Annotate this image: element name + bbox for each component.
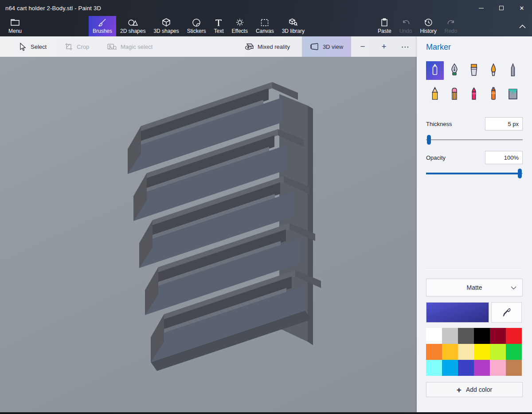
palette-color[interactable] [506,360,522,376]
marker-icon [430,63,440,78]
brush-pixel-pen[interactable] [504,61,522,80]
palette-color[interactable] [458,328,474,344]
tab-brushes[interactable]: Brushes [89,16,116,36]
material-dropdown[interactable]: Matte [426,279,523,296]
close-button[interactable]: ✕ [512,0,532,16]
palette-color[interactable] [490,328,506,344]
brush-fill[interactable] [504,85,522,103]
palette-color[interactable] [442,360,458,376]
thickness-slider[interactable] [426,135,523,145]
minimize-button[interactable] [471,0,491,16]
palette-color[interactable] [474,344,490,360]
redo-button[interactable]: Redo [441,16,462,36]
palette-color[interactable] [490,344,506,360]
magic-select-button[interactable]: Magic select [105,36,155,57]
palette-color[interactable] [426,344,442,360]
palette-color[interactable] [442,344,458,360]
calligraphy-pen-icon [449,63,460,78]
tab-canvas[interactable]: Canvas [252,16,278,36]
watercolor-icon [488,63,499,78]
library-3d-icon [289,18,298,27]
minimize-icon [479,8,484,8]
menu-button[interactable]: Menu [4,16,26,36]
zoom-in-button[interactable]: + [375,36,393,57]
mixed-reality-button[interactable]: Mixed reality [242,36,293,57]
tab-text[interactable]: Text [210,16,227,36]
folder-icon [11,19,20,27]
eraser-icon [449,87,460,102]
palette-color[interactable] [506,328,522,344]
add-color-button[interactable]: + Add color [426,382,523,397]
paste-button[interactable]: Paste [374,16,395,36]
tab-effects[interactable]: Effects [227,16,251,36]
palette-color[interactable] [426,360,442,376]
brush-icon [98,19,107,27]
palette-color[interactable] [442,328,458,344]
material-value: Matte [466,284,482,291]
opacity-slider-thumb[interactable] [518,169,522,178]
3d-view-button[interactable]: 3D view [302,36,351,57]
tab-2d-shapes[interactable]: 2D shapes [116,16,149,36]
tab-3d-shapes[interactable]: 3D shapes [149,16,183,36]
thickness-input[interactable] [485,117,523,130]
crayon-icon [469,87,479,102]
sticker-icon [192,19,201,27]
more-options-button[interactable]: ⋯ [396,36,414,57]
opacity-input[interactable] [485,151,523,164]
toolbar-actions: Paste Undo History Redo [374,16,461,36]
select-button[interactable]: Select [17,36,49,57]
palette-color[interactable] [490,360,506,376]
brush-pencil[interactable] [426,85,444,103]
redo-arrow-icon [447,19,455,27]
crop-button[interactable]: Crop [62,36,92,57]
opacity-slider[interactable] [426,169,523,178]
palette-color[interactable] [458,344,474,360]
tab-3d-library[interactable]: 3D library [278,16,309,36]
palette-color[interactable] [474,328,490,344]
tab-stickers[interactable]: Stickers [183,16,210,36]
drawing-canvas[interactable] [0,57,417,412]
panel-title: Marker [426,43,523,52]
main-toolbar: Menu Brushes 2D shapes 3D shapes Stick [0,16,532,36]
history-clock-icon [424,18,433,27]
brush-crayon[interactable] [465,85,483,103]
chevron-up-icon [519,24,526,28]
history-button[interactable]: History [416,16,440,36]
undo-button[interactable]: Undo [395,16,416,36]
thickness-slider-thumb[interactable] [427,135,431,145]
maximize-button[interactable] [491,0,512,16]
opacity-row: Opacity [426,151,523,164]
collapse-ribbon-button[interactable] [513,16,531,36]
palette-color[interactable] [506,344,522,360]
current-color-swatch[interactable] [426,302,489,323]
brush-marker[interactable] [426,61,444,80]
brush-calligraphy-pen[interactable] [446,61,463,80]
chevron-down-icon [511,286,516,290]
window-title: n64 cart holder 2-Body.stl - Paint 3D [0,5,101,12]
opacity-slider-fill [426,173,520,174]
shapes-2d-icon [128,19,138,27]
palette-color[interactable] [426,328,442,344]
brush-spray-can[interactable] [485,85,502,103]
toolbar-tabs: Brushes 2D shapes 3D shapes Stickers Tex… [89,16,309,36]
opacity-label: Opacity [426,154,446,161]
cube-icon [162,18,171,27]
canvas-icon [260,19,269,27]
spray-can-icon [488,87,499,102]
brush-row-2 [426,85,523,103]
oil-brush-icon [469,63,479,78]
effects-icon [235,18,244,27]
zoom-out-button[interactable]: − [354,36,372,57]
eyedropper-button[interactable] [491,302,522,323]
pixel-pen-icon [508,63,518,78]
panel-divider [426,269,523,270]
model-3d [0,57,417,412]
brush-eraser[interactable] [446,85,463,103]
brush-oil-brush[interactable] [465,61,483,80]
fill-icon [507,87,519,102]
top-chrome: n64 cart holder 2-Body.stl - Paint 3D ✕ … [0,0,532,36]
add-color-label: Add color [466,386,492,393]
palette-color[interactable] [474,360,490,376]
brush-watercolor[interactable] [485,61,502,80]
palette-color[interactable] [458,360,474,376]
